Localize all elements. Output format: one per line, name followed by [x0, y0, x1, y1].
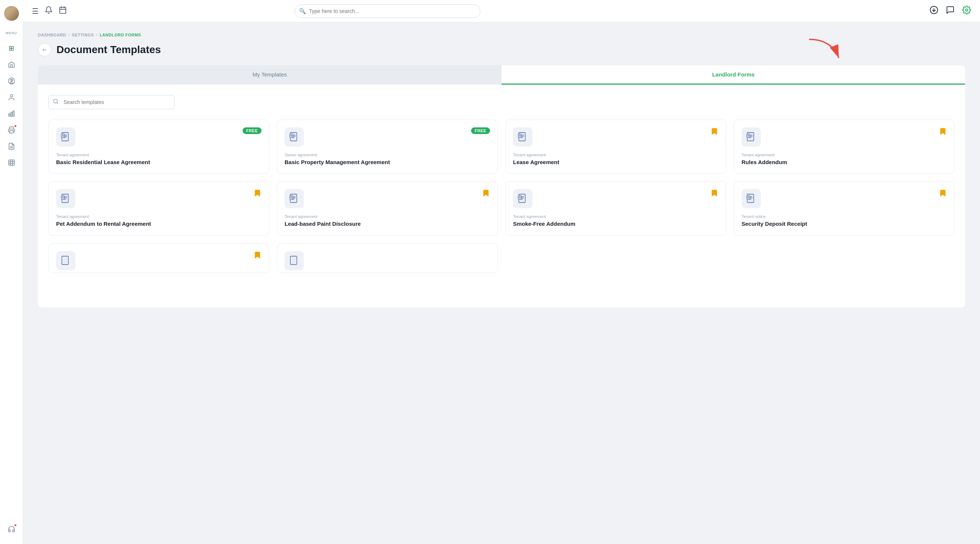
- premium-badge: [939, 127, 947, 137]
- content-area: DASHBOARD / SETTINGS / LANDLORD FORMS ← …: [23, 22, 980, 544]
- doc-icon-wrap: [285, 189, 304, 208]
- template-search-input[interactable]: [48, 95, 175, 109]
- menu-label: MENU: [6, 31, 17, 35]
- template-card[interactable]: Tenant agreement Lead-based Paint Disclo…: [277, 181, 498, 235]
- doc-icon-wrap: [56, 127, 75, 147]
- sidebar-item-contacts[interactable]: [4, 90, 19, 105]
- template-card[interactable]: Tenant agreement Rules Addendum: [734, 120, 955, 174]
- notification-bell-icon[interactable]: [45, 6, 53, 16]
- card-top: [56, 189, 261, 208]
- card-category: Owner agreement: [285, 152, 490, 157]
- premium-badge: [253, 251, 261, 261]
- svg-rect-14: [60, 8, 66, 13]
- template-card[interactable]: Tenant notice Security Deposit Receipt: [734, 181, 955, 235]
- sidebar-item-home[interactable]: [4, 57, 19, 72]
- template-card[interactable]: FREE Tenant agreement Basic Residential …: [48, 120, 269, 174]
- card-category: Tenant agreement: [56, 214, 261, 219]
- svg-rect-4: [11, 112, 12, 117]
- sidebar-item-money[interactable]: [4, 73, 19, 88]
- tabs-wrapper: My Templates Landlord Forms: [38, 65, 965, 308]
- card-category: Tenant agreement: [56, 152, 261, 157]
- card-category: Tenant agreement: [513, 214, 719, 219]
- free-badge: FREE: [243, 127, 261, 134]
- search-icon: 🔍: [299, 8, 306, 14]
- premium-badge: [939, 189, 947, 199]
- card-title: Rules Addendum: [741, 159, 947, 166]
- topnav-left: ☰: [32, 6, 67, 16]
- breadcrumb-landlord-forms[interactable]: LANDLORD FORMS: [100, 33, 141, 37]
- dollar-icon: [8, 77, 15, 85]
- svg-point-20: [966, 9, 968, 11]
- sidebar-item-tables[interactable]: [4, 155, 19, 170]
- breadcrumb-settings[interactable]: SETTINGS: [72, 33, 94, 37]
- template-card-partial[interactable]: [48, 243, 269, 273]
- home-icon: [8, 61, 15, 68]
- premium-badge: [710, 127, 719, 137]
- tabs-container: My Templates Landlord Forms: [38, 65, 965, 85]
- card-top: [513, 127, 719, 147]
- document-icon: [60, 132, 71, 142]
- svg-rect-88: [62, 256, 69, 264]
- topnav-search-input[interactable]: [294, 5, 480, 18]
- red-arrow-annotation: [802, 36, 846, 65]
- sidebar-item-tools[interactable]: [4, 122, 19, 137]
- card-title: Lease Agreement: [513, 159, 719, 166]
- template-card[interactable]: FREE Owner agreement Basic Property Mana…: [277, 120, 498, 174]
- sidebar-item-support[interactable]: [4, 522, 19, 536]
- svg-line-23: [57, 103, 58, 104]
- document-icon: [746, 193, 756, 204]
- breadcrumb-sep-2: /: [96, 33, 98, 37]
- card-top: FREE: [56, 127, 261, 147]
- breadcrumb-dashboard[interactable]: DASHBOARD: [38, 33, 66, 37]
- sidebar-item-documents[interactable]: [4, 139, 19, 154]
- main-wrapper: ☰ 🔍 DASHBOARD: [23, 0, 980, 544]
- calendar-icon[interactable]: [59, 6, 67, 16]
- back-button[interactable]: ←: [38, 43, 51, 56]
- template-search-icon: [53, 98, 59, 106]
- document-icon: [746, 132, 756, 142]
- doc-icon-wrap: [56, 189, 75, 208]
- template-card[interactable]: Tenant agreement Smoke-Free Addendum: [505, 181, 726, 235]
- document-icon: [60, 255, 71, 266]
- download-icon[interactable]: [929, 6, 939, 17]
- card-title: Smoke-Free Addendum: [513, 220, 719, 228]
- template-card-partial[interactable]: [277, 243, 498, 273]
- svg-rect-85: [747, 196, 750, 200]
- bottom-cards-partial: [48, 243, 955, 273]
- headset-icon: [8, 525, 15, 533]
- bar-chart-icon: [8, 110, 15, 117]
- document-icon: [289, 255, 299, 266]
- user-icon: [8, 94, 15, 101]
- chat-icon[interactable]: [946, 6, 955, 17]
- svg-rect-6: [10, 131, 13, 133]
- file-icon: [8, 143, 15, 150]
- settings-icon[interactable]: [962, 6, 971, 17]
- sidebar-item-dashboard[interactable]: ⊞: [4, 41, 19, 56]
- svg-rect-77: [518, 196, 522, 200]
- hamburger-icon[interactable]: ☰: [32, 7, 39, 16]
- tab-landlord-forms[interactable]: Landlord Forms: [501, 65, 965, 85]
- page-header: ← Document Templates: [38, 43, 965, 56]
- premium-badge: [253, 189, 261, 199]
- svg-rect-61: [61, 196, 65, 200]
- sidebar-item-reports[interactable]: [4, 106, 19, 121]
- svg-rect-3: [8, 114, 10, 117]
- card-title: Basic Residential Lease Agreement: [56, 159, 261, 166]
- page-title: Document Templates: [56, 44, 161, 56]
- svg-rect-9: [8, 160, 14, 166]
- document-icon: [517, 193, 528, 204]
- template-card[interactable]: Tenant agreement Lease Agreement: [505, 120, 726, 174]
- tab-my-templates[interactable]: My Templates: [38, 65, 501, 85]
- card-top: [285, 189, 490, 208]
- document-icon: [289, 193, 299, 204]
- template-card[interactable]: Tenant agreement Pet Addendum to Rental …: [48, 181, 269, 235]
- svg-rect-53: [747, 134, 750, 138]
- svg-rect-45: [518, 134, 522, 138]
- topnav-right: [929, 6, 971, 17]
- svg-rect-69: [290, 196, 293, 200]
- grid-icon: [8, 159, 15, 167]
- avatar[interactable]: [4, 6, 19, 21]
- template-cards-grid: FREE Tenant agreement Basic Residential …: [48, 120, 955, 236]
- printer-icon: [8, 126, 15, 134]
- card-title: Basic Property Management Agreement: [285, 159, 490, 166]
